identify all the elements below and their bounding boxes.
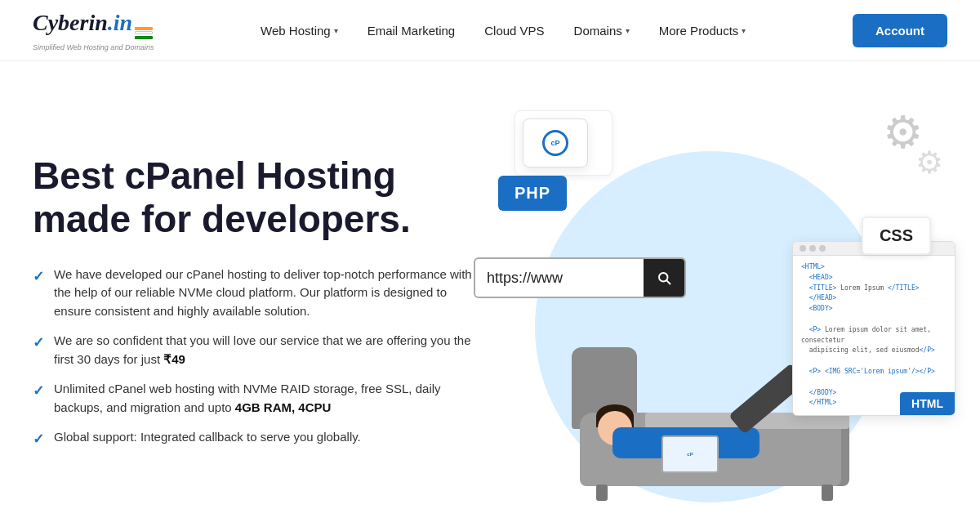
cpanel-card: cP xyxy=(523,118,588,167)
laptop-device: cP xyxy=(662,435,719,473)
hero-section: Best cPanel Hosting made for developers.… xyxy=(0,61,980,518)
account-button[interactable]: Account xyxy=(853,14,947,47)
chevron-down-icon: ▾ xyxy=(334,26,338,35)
nav-item-cloud-vps[interactable]: Cloud VPS xyxy=(484,24,544,38)
nav-item-more-products[interactable]: More Products ▾ xyxy=(659,24,746,38)
nav-link-domains[interactable]: Domains ▾ xyxy=(574,24,630,38)
checkmark-icon: ✓ xyxy=(33,381,44,402)
search-button[interactable] xyxy=(644,259,684,297)
laptop-screen: cP xyxy=(663,437,717,471)
code-content: <HTML> <HEAD> <TITLE> Lorem Ipsum </TITL… xyxy=(793,256,955,415)
feature-item: ✓ We have developed our cPanel hosting t… xyxy=(33,266,474,321)
feature-item: ✓ We are so confident that you will love… xyxy=(33,332,474,368)
nav-links: Web Hosting ▾ Email Marketing Cloud VPS … xyxy=(261,24,746,38)
nav-link-web-hosting[interactable]: Web Hosting ▾ xyxy=(261,24,338,38)
url-text: https://www xyxy=(475,270,644,287)
logo-dot-in: .in xyxy=(108,10,132,36)
nav-item-web-hosting[interactable]: Web Hosting ▾ xyxy=(261,24,338,38)
logo[interactable]: Cyberin .in Simplified Web Hosting and D… xyxy=(33,10,154,51)
checkmark-icon: ✓ xyxy=(33,429,44,450)
checkmark-icon: ✓ xyxy=(33,266,44,288)
css-badge: CSS xyxy=(862,217,931,255)
nav-item-email-marketing[interactable]: Email Marketing xyxy=(368,24,456,38)
laptop-screen-text: cP xyxy=(687,452,693,457)
hero-title: Best cPanel Hosting made for developers. xyxy=(33,154,474,241)
feature-item: ✓ Global support: Integrated callback to… xyxy=(33,428,474,450)
gear-icon-small: ⚙ xyxy=(915,147,943,178)
html-badge: HTML xyxy=(900,392,955,415)
checkmark-icon: ✓ xyxy=(33,333,44,354)
nav-link-more-products[interactable]: More Products ▾ xyxy=(659,24,746,38)
hero-features: ✓ We have developed our cPanel hosting t… xyxy=(33,266,474,450)
person-body: cP xyxy=(612,427,760,458)
cpanel-logo: cP xyxy=(542,130,568,156)
logo-tagline: Simplified Web Hosting and Domains xyxy=(33,43,154,51)
hero-left: Best cPanel Hosting made for developers.… xyxy=(33,154,474,450)
nav-link-cloud-vps[interactable]: Cloud VPS xyxy=(484,24,544,38)
svg-line-1 xyxy=(666,280,670,284)
couch-leg-right xyxy=(822,485,833,501)
navbar: Cyberin .in Simplified Web Hosting and D… xyxy=(0,0,980,61)
nav-link-email-marketing[interactable]: Email Marketing xyxy=(368,24,456,38)
titlebar-dot xyxy=(800,245,806,252)
hero-illustration: ⚙ ⚙ cP PHP CSS https://www xyxy=(474,94,947,511)
url-bar[interactable]: https://www xyxy=(474,257,686,298)
titlebar-dot xyxy=(819,245,826,252)
titlebar-dot xyxy=(809,245,816,252)
logo-text: Cyberin xyxy=(33,10,108,36)
nav-item-domains[interactable]: Domains ▾ xyxy=(574,24,630,38)
html-code-card: <HTML> <HEAD> <TITLE> Lorem Ipsum </TITL… xyxy=(792,241,956,416)
chevron-down-icon: ▾ xyxy=(742,26,746,35)
chevron-down-icon: ▾ xyxy=(626,26,630,35)
couch-leg-left xyxy=(596,485,608,501)
php-badge: PHP xyxy=(498,176,567,211)
feature-item: ✓ Unlimited cPanel web hosting with NVMe… xyxy=(33,380,474,417)
